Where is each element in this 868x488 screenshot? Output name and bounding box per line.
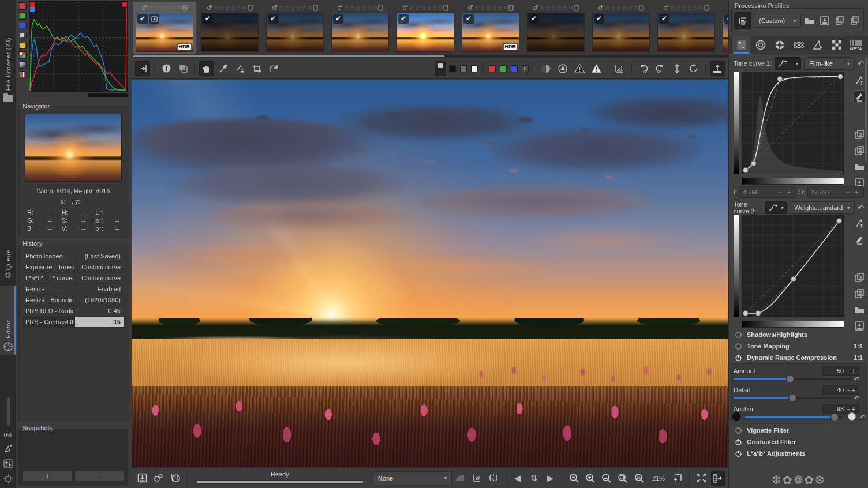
shadow-clip-toggle[interactable] (572, 61, 587, 76)
curve-mode-1-dropdown[interactable]: Film-like ▾ (804, 57, 855, 70)
filmstrip-thumb[interactable]: ☆☆☆☆☆○ ✔ (654, 2, 718, 54)
thumb-colorlabel[interactable]: ○ (569, 4, 573, 11)
section-lab-adjustments[interactable]: L*a*b* Adjustments (729, 448, 868, 459)
tab-queue[interactable]: Queue ⚙ (0, 228, 16, 280)
anchor-spinner[interactable]: 98−+ (822, 404, 859, 414)
profile-dropdown[interactable]: (Custom) ▾ (754, 14, 801, 28)
thumb-trash-icon[interactable] (312, 4, 319, 11)
slider-knob[interactable] (786, 375, 794, 383)
tab-file-browser[interactable]: File Browser (23) (0, 3, 16, 102)
thumb-gear-icon[interactable] (467, 4, 474, 11)
thumb-colorlabel[interactable]: ○ (504, 4, 508, 11)
snapshot-remove-button[interactable]: − (74, 471, 124, 482)
tab-metadata[interactable]: META (847, 36, 865, 54)
thumb-colorlabel[interactable]: ○ (439, 4, 443, 11)
reset-anchor-button[interactable]: ↶ (860, 414, 865, 421)
power-off-icon[interactable] (735, 343, 742, 350)
copy-curve-icon[interactable] (853, 144, 866, 157)
detail-spinner[interactable]: 40−+ (822, 385, 859, 395)
power-on-icon[interactable] (735, 438, 742, 446)
false-color-toggle[interactable] (538, 61, 553, 76)
filmstrip-thumb[interactable]: ☆☆☆☆☆○ ✔HDR (459, 2, 522, 54)
curve-mode-2-dropdown[interactable]: Weighte...andard ▾ (790, 201, 855, 214)
zoom-fit-button[interactable] (600, 471, 613, 486)
thumb-gear-icon[interactable] (206, 4, 213, 11)
load-curve-icon[interactable] (853, 160, 866, 173)
histogram-chroma-toggle[interactable] (18, 42, 27, 49)
soft-proof-profile-dropdown[interactable]: None ▾ (373, 471, 452, 485)
histogram-gradient-toggle[interactable] (18, 61, 27, 69)
highlight-clip-toggle[interactable] (589, 61, 604, 76)
history-row[interactable]: Resize - Bounding...(1920x1080) (23, 295, 124, 306)
thumb-trash-icon[interactable] (443, 4, 449, 11)
rail-zoom-slider[interactable] (6, 396, 10, 426)
gamut-check-toggle[interactable] (487, 471, 500, 486)
save-profile-icon[interactable] (818, 14, 831, 27)
tab-exposure[interactable] (732, 36, 750, 54)
histogram-green-toggle[interactable] (18, 12, 27, 20)
tab-advanced[interactable] (790, 36, 807, 54)
profile-fill-mode-button[interactable] (734, 12, 751, 29)
before-after-toggle[interactable] (175, 61, 190, 76)
power-off-icon[interactable] (735, 427, 742, 434)
swap-curve-icon[interactable] (853, 128, 866, 141)
prev-image-button[interactable]: ◀ (511, 471, 525, 486)
thumb-colorlabel[interactable]: ○ (308, 4, 312, 11)
edit-point-icon[interactable] (853, 74, 866, 87)
output-spinner[interactable]: 27.397− + (807, 186, 864, 198)
zoom-100-button[interactable]: 1:1 (633, 471, 646, 486)
curve-type-2-dropdown[interactable]: ▾ (765, 201, 787, 214)
detail-slider[interactable]: ↶ (734, 397, 851, 399)
bg-black-button[interactable] (449, 65, 456, 72)
external-editor-button[interactable] (168, 471, 182, 486)
preview-green-button[interactable] (500, 65, 507, 72)
section-shadows-highlights[interactable]: Shadows/Highlights (729, 329, 868, 340)
softproof-toggle[interactable] (470, 471, 484, 486)
filmstrip-scrollbar[interactable] (132, 55, 728, 58)
mixer-sliders-icon[interactable] (3, 459, 13, 468)
thumb-gear-icon[interactable] (402, 4, 409, 11)
reset-detail-button[interactable]: ↶ (854, 395, 859, 402)
tab-color[interactable] (770, 36, 788, 54)
crop-tool[interactable] (249, 61, 264, 76)
filmstrip-thumb[interactable]: ☆☆☆☆☆○ ✔ (328, 2, 392, 54)
section-graduated-filter[interactable]: Graduated Filter (729, 436, 868, 448)
history-row[interactable]: ResizeEnabled (23, 284, 124, 295)
thumb-colorlabel[interactable]: ○ (634, 4, 638, 11)
filmstrip-thumb[interactable]: ☆☆☆☆☆○ ✔ (198, 2, 261, 54)
thumb-trash-icon[interactable] (508, 4, 514, 11)
thumb-trash-icon[interactable] (638, 4, 645, 11)
filmstrip-thumb[interactable]: ☆☆☆☆☆ ✔ (720, 2, 728, 54)
filmstrip-thumb[interactable]: ☆☆☆☆☆○ ✔ (524, 2, 588, 54)
info-toggle[interactable]: i (159, 61, 174, 76)
histogram-scrollbar[interactable] (29, 93, 128, 97)
add-crop-window-button[interactable] (671, 471, 684, 486)
power-on-icon[interactable] (735, 354, 742, 362)
history-row-selected[interactable]: PRS - Contrast thr...15 (23, 317, 124, 328)
preview-red-button[interactable] (489, 65, 496, 72)
bg-gray-button[interactable] (460, 65, 467, 72)
thumb-gear-icon[interactable] (336, 4, 343, 11)
load-profile-icon[interactable] (803, 14, 816, 27)
hand-tool[interactable] (199, 61, 214, 76)
output-profile-button[interactable]: ▾ (454, 471, 468, 486)
thumb-trash-icon[interactable] (182, 4, 188, 11)
slider-knob[interactable] (830, 413, 839, 421)
straighten-tool[interactable] (266, 61, 281, 76)
thumb-gear-icon[interactable] (271, 4, 278, 11)
flip-vertical-button[interactable] (669, 61, 684, 76)
input-spinner[interactable]: 4.566− + (739, 186, 796, 198)
snapshot-add-button[interactable]: + (23, 471, 72, 482)
thumb-trash-icon[interactable] (377, 4, 384, 11)
crosshair-icon[interactable] (3, 474, 13, 483)
filmstrip-thumb[interactable]: ☆☆☆☆☆○ ✔ (589, 2, 653, 54)
thumb-stars[interactable]: ☆☆☆☆☆ (344, 5, 373, 11)
reset-curve-2-button[interactable]: ↶ (858, 204, 864, 212)
tab-transform[interactable] (809, 36, 827, 54)
image-canvas[interactable] (132, 80, 728, 467)
thumb-gear-icon[interactable] (141, 4, 148, 11)
preview-focus-toggle[interactable] (612, 61, 627, 76)
preview-blue-button[interactable] (511, 65, 518, 72)
filmstrip-thumb[interactable]: ☆☆☆☆☆○ ✔ (394, 2, 457, 54)
pipette-edit-icon[interactable] (853, 233, 866, 246)
